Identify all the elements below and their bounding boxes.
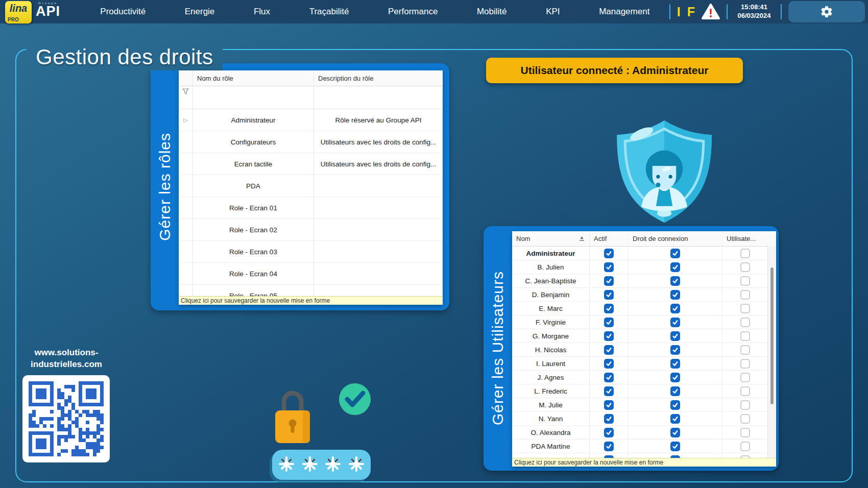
user-name-cell[interactable]: C. Jean-Baptiste	[512, 274, 590, 287]
roles-save-layout-strip[interactable]: Cliquez ici pour sauvegarder la nouvelle…	[179, 296, 443, 305]
table-row[interactable]: E. Marc	[512, 302, 776, 315]
role-name-cell[interactable]: Role - Ecran 02	[193, 219, 314, 240]
checkbox-unchecked[interactable]	[740, 428, 750, 437]
table-row[interactable]: L. Frederic	[512, 384, 776, 398]
warning-triangle-icon[interactable]	[702, 4, 720, 20]
checkbox-checked[interactable]	[670, 331, 680, 341]
table-row[interactable]: Ecran tactileUtilisateurs avec les droit…	[179, 153, 443, 175]
table-row[interactable]: J. Agnes	[512, 371, 776, 384]
nav-item-energie[interactable]: Energie	[182, 5, 218, 19]
checkbox-unchecked[interactable]	[740, 290, 750, 300]
checkbox-unchecked[interactable]	[740, 262, 750, 272]
checkbox-checked[interactable]	[604, 400, 614, 410]
user-name-cell[interactable]: N. Yann	[512, 412, 590, 425]
user-name-cell[interactable]: J. Agnes	[512, 371, 590, 384]
checkbox-checked[interactable]	[670, 373, 680, 382]
table-row[interactable]: PDA	[179, 175, 443, 197]
role-name-cell[interactable]: Role - Ecran 03	[193, 241, 314, 262]
table-row[interactable]: PDA Martine	[512, 440, 776, 453]
checkbox-checked[interactable]	[604, 428, 614, 437]
checkbox-checked[interactable]	[604, 276, 614, 286]
nav-item-mobilite[interactable]: Mobilité	[474, 5, 510, 19]
checkbox-checked[interactable]	[604, 318, 614, 327]
checkbox-checked[interactable]	[670, 442, 680, 451]
checkbox-checked[interactable]	[670, 304, 680, 313]
checkbox-checked[interactable]	[604, 373, 614, 382]
user-name-cell[interactable]: H. Nicolas	[512, 343, 590, 356]
role-name-cell[interactable]: Configurateurs	[193, 131, 314, 153]
user-name-cell[interactable]: G. Morgane	[512, 329, 590, 343]
checkbox-checked[interactable]	[670, 414, 680, 424]
user-name-cell[interactable]: F. Virginie	[512, 315, 590, 329]
user-name-cell[interactable]: L. Frederic	[512, 384, 590, 398]
role-description-cell[interactable]: Rôle réservé au Groupe API	[314, 109, 443, 131]
checkbox-unchecked[interactable]	[740, 276, 750, 286]
user-name-cell[interactable]: PDA Martine	[512, 440, 590, 453]
roles-filter-description-cell[interactable]	[314, 86, 443, 109]
role-description-cell[interactable]: Utilisateurs avec les droits de config..…	[314, 153, 443, 175]
table-row[interactable]: Role - Ecran 01	[179, 197, 443, 219]
checkbox-unchecked[interactable]	[740, 373, 750, 382]
settings-button[interactable]	[788, 1, 865, 22]
user-name-cell[interactable]: I. Laurent	[512, 357, 590, 370]
checkbox-checked[interactable]	[670, 249, 680, 258]
checkbox-checked[interactable]	[670, 290, 680, 300]
checkbox-checked[interactable]	[670, 345, 680, 355]
user-name-cell[interactable]: Administrateur	[512, 247, 590, 260]
checkbox-checked[interactable]	[670, 400, 680, 410]
role-name-cell[interactable]: Role - Ecran 01	[193, 197, 314, 218]
user-name-cell[interactable]: B. Julien	[512, 260, 590, 274]
nav-item-kpi[interactable]: KPI	[543, 5, 563, 19]
checkbox-checked[interactable]	[604, 345, 614, 355]
checkbox-unchecked[interactable]	[740, 414, 750, 424]
checkbox-checked[interactable]	[670, 386, 680, 396]
checkbox-checked[interactable]	[604, 290, 614, 300]
table-row[interactable]: Role - Ecran 03	[179, 241, 443, 263]
table-row[interactable]: D. Benjamin	[512, 288, 776, 302]
checkbox-checked[interactable]	[604, 414, 614, 424]
checkbox-checked[interactable]	[604, 442, 614, 451]
checkbox-unchecked[interactable]	[740, 359, 750, 369]
nav-item-flux[interactable]: Flux	[251, 5, 273, 19]
table-row[interactable]: Role - Ecran 02	[179, 219, 443, 241]
checkbox-checked[interactable]	[670, 276, 680, 286]
table-row[interactable]: H. Nicolas	[512, 343, 776, 357]
users-column-header-actif[interactable]: Actif	[590, 231, 629, 246]
checkbox-unchecked[interactable]	[740, 442, 750, 451]
checkbox-checked[interactable]	[670, 359, 680, 369]
table-row[interactable]: M. Julie	[512, 398, 776, 412]
checkbox-unchecked[interactable]	[740, 331, 750, 341]
checkbox-checked[interactable]	[604, 249, 614, 258]
users-column-header-utilisateur[interactable]: Utilisate...	[722, 231, 768, 246]
table-row[interactable]: G. Morgane	[512, 329, 776, 343]
role-name-cell[interactable]: Role - Ecran 04	[193, 263, 314, 284]
checkbox-checked[interactable]	[604, 359, 614, 369]
user-name-cell[interactable]: O. Alexandra	[512, 426, 590, 439]
table-row[interactable]: F. Virginie	[512, 315, 776, 329]
users-scrollbar[interactable]	[767, 246, 776, 458]
users-save-layout-strip[interactable]: Cliquez ici pour sauvegarder la nouvelle…	[512, 458, 776, 467]
table-row[interactable]: Role - Ecran 04	[179, 263, 443, 285]
role-description-cell[interactable]	[314, 241, 443, 262]
role-description-cell[interactable]	[314, 219, 443, 240]
users-column-header-name[interactable]: Nom	[512, 231, 590, 246]
checkbox-checked[interactable]	[670, 428, 680, 437]
table-row[interactable]: B. Julien	[512, 260, 776, 274]
nav-item-productivite[interactable]: Productivité	[97, 5, 149, 19]
checkbox-unchecked[interactable]	[740, 304, 750, 313]
table-row[interactable]: Administrateur	[512, 247, 776, 260]
checkbox-checked[interactable]	[670, 318, 680, 327]
role-description-cell[interactable]	[314, 197, 443, 218]
roles-column-header-description[interactable]: Description du rôle	[314, 70, 443, 86]
checkbox-unchecked[interactable]	[740, 345, 750, 355]
nav-item-performance[interactable]: Performance	[385, 5, 441, 19]
role-name-cell[interactable]: Ecran tactile	[193, 153, 314, 175]
user-name-cell[interactable]: M. Julie	[512, 398, 590, 411]
users-column-header-droit[interactable]: Droit de connexion	[629, 231, 722, 246]
checkbox-checked[interactable]	[604, 262, 614, 272]
checkbox-checked[interactable]	[604, 331, 614, 341]
checkbox-checked[interactable]	[670, 262, 680, 272]
table-row[interactable]: C. Jean-Baptiste	[512, 274, 776, 288]
table-row[interactable]: O. Alexandra	[512, 426, 776, 440]
table-row[interactable]: ▷AdministrateurRôle réservé au Groupe AP…	[179, 109, 443, 131]
